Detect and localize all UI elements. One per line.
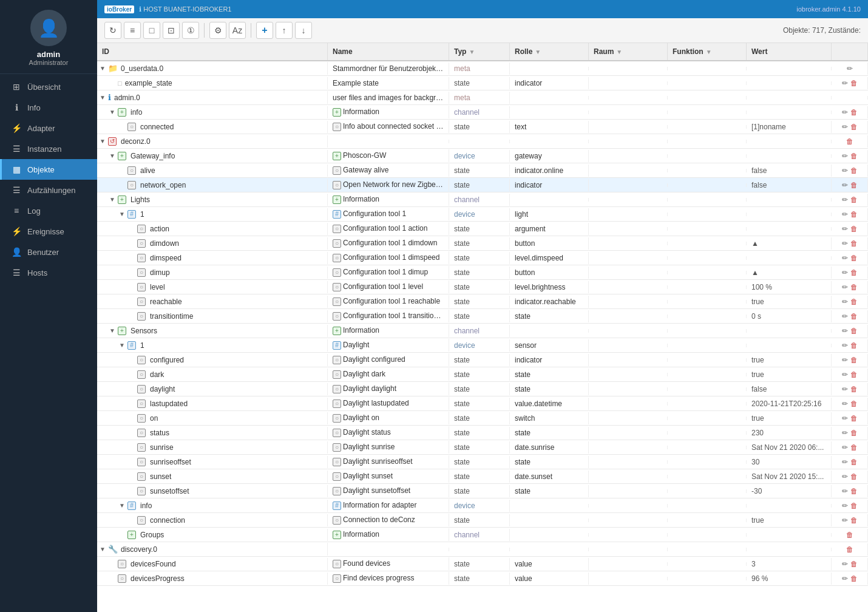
delete-button[interactable]: 🗑 [850,239,858,248]
expand-button[interactable]: ▼ [119,211,126,217]
list-button[interactable]: ≡ [124,22,141,39]
edit-button[interactable]: ✏ [842,458,848,466]
sidebar-item-log[interactable]: ≡Log [0,200,97,221]
refresh-button[interactable]: ↻ [104,22,121,39]
download-button[interactable]: ↓ [295,22,312,39]
delete-button[interactable]: 🗑 [850,123,858,131]
delete-button[interactable]: 🗑 [850,560,858,568]
delete-button[interactable]: 🗑 [850,472,858,481]
edit-button[interactable]: ✏ [842,166,848,175]
delete-button[interactable]: 🗑 [850,516,858,525]
edit-button[interactable]: ✏ [842,312,848,321]
edit-button[interactable]: ✏ [842,268,848,277]
delete-button[interactable]: 🗑 [850,166,858,175]
edit-button[interactable]: ✏ [842,152,848,160]
edit-button[interactable]: ✏ [842,210,848,219]
delete-button[interactable]: 🗑 [850,225,858,233]
delete-button[interactable]: 🗑 [850,268,858,277]
edit-button[interactable]: ✏ [842,298,848,306]
expand-button[interactable]: ▼ [109,109,117,115]
delete-button[interactable]: 🗑 [850,327,858,335]
delete-button[interactable]: 🗑 [850,574,858,583]
edit-button[interactable]: ✏ [842,327,848,335]
delete-button[interactable]: 🗑 [846,137,853,146]
funktion-filter-icon[interactable]: ▼ [706,49,712,55]
gear-button[interactable]: ⚙ [209,22,226,39]
delete-button[interactable]: 🗑 [850,312,858,321]
edit-button[interactable]: ✏ [842,79,848,87]
edit-button[interactable]: ✏ [842,108,848,117]
edit-button[interactable]: ✏ [842,399,848,408]
folder-button[interactable]: □ [143,22,160,39]
expand-button[interactable]: ▼ [119,502,126,509]
edit-button[interactable]: ✏ [847,64,853,73]
expand-button[interactable]: ▼ [109,327,117,334]
upload-button[interactable]: ↑ [276,22,293,39]
expand-button[interactable]: ▼ [119,342,126,348]
expand-button[interactable]: ▼ [100,65,107,72]
expand-button[interactable]: ▼ [100,138,107,144]
delete-button[interactable]: 🗑 [850,181,858,189]
edit-button[interactable]: ✏ [842,370,848,379]
sidebar-item-hosts[interactable]: ☰Hosts [0,262,97,283]
edit-button[interactable]: ✏ [842,385,848,393]
delete-button[interactable]: 🗑 [850,108,858,117]
edit-button[interactable]: ✏ [842,239,848,248]
delete-button[interactable]: 🗑 [850,429,858,437]
edit-button[interactable]: ✏ [842,181,848,189]
folder2-button[interactable]: ⊡ [163,22,180,39]
edit-button[interactable]: ✏ [842,254,848,262]
sidebar-item-ubersicht[interactable]: ⊞Übersicht [0,76,97,97]
edit-button[interactable]: ✏ [842,472,848,481]
sidebar-item-ereignisse[interactable]: ⚡Ereignisse [0,221,97,242]
edit-button[interactable]: ✏ [842,501,848,510]
sidebar-item-adapter[interactable]: ⚡Adapter [0,118,97,138]
edit-button[interactable]: ✏ [842,414,848,423]
edit-button[interactable]: ✏ [842,123,848,131]
edit-button[interactable]: ✏ [842,356,848,364]
edit-button[interactable]: ✏ [842,487,848,495]
typ-filter-icon[interactable]: ▼ [469,49,475,55]
expand-button[interactable]: ▼ [109,196,117,203]
sidebar-item-aufzahlungen[interactable]: ☰Aufzählungen [0,180,97,200]
sidebar-item-instanzen[interactable]: ☰Instanzen [0,138,97,159]
delete-button[interactable]: 🗑 [850,298,858,306]
delete-button[interactable]: 🗑 [850,210,858,219]
delete-button[interactable]: 🗑 [850,341,858,350]
edit-button[interactable]: ✏ [842,195,848,204]
az-button[interactable]: Az [229,22,246,39]
add-button[interactable]: + [256,22,273,39]
rolle-filter-icon[interactable]: ▼ [535,49,541,55]
edit-button[interactable]: ✏ [842,225,848,233]
edit-button[interactable]: ✏ [842,341,848,350]
sidebar-item-objekte[interactable]: ▦Objekte [0,159,97,180]
edit-button[interactable]: ✏ [842,560,848,568]
edit-button[interactable]: ✏ [842,443,848,452]
num-button[interactable]: ① [182,22,199,39]
delete-button[interactable]: 🗑 [850,195,858,204]
delete-button[interactable]: 🗑 [850,356,858,364]
expand-button[interactable]: ▼ [100,546,107,552]
sidebar-item-benutzer[interactable]: 👤Benutzer [0,242,97,262]
delete-button[interactable]: 🗑 [850,79,858,87]
delete-button[interactable]: 🗑 [850,399,858,408]
delete-button[interactable]: 🗑 [850,370,858,379]
expand-button[interactable]: ▼ [100,94,107,101]
edit-button[interactable]: ✏ [842,574,848,583]
delete-button[interactable]: 🗑 [850,443,858,452]
edit-button[interactable]: ✏ [842,516,848,525]
delete-button[interactable]: 🗑 [850,458,858,466]
edit-button[interactable]: ✏ [842,429,848,437]
delete-button[interactable]: 🗑 [850,487,858,495]
delete-button[interactable]: 🗑 [846,545,853,554]
delete-button[interactable]: 🗑 [850,152,858,160]
delete-button[interactable]: 🗑 [850,414,858,423]
expand-button[interactable]: ▼ [109,152,117,159]
delete-button[interactable]: 🗑 [850,283,858,291]
edit-button[interactable]: ✏ [842,283,848,291]
delete-button[interactable]: 🗑 [846,531,853,539]
delete-button[interactable]: 🗑 [850,254,858,262]
raum-filter-icon[interactable]: ▼ [616,49,622,55]
delete-button[interactable]: 🗑 [850,385,858,393]
delete-button[interactable]: 🗑 [850,501,858,510]
